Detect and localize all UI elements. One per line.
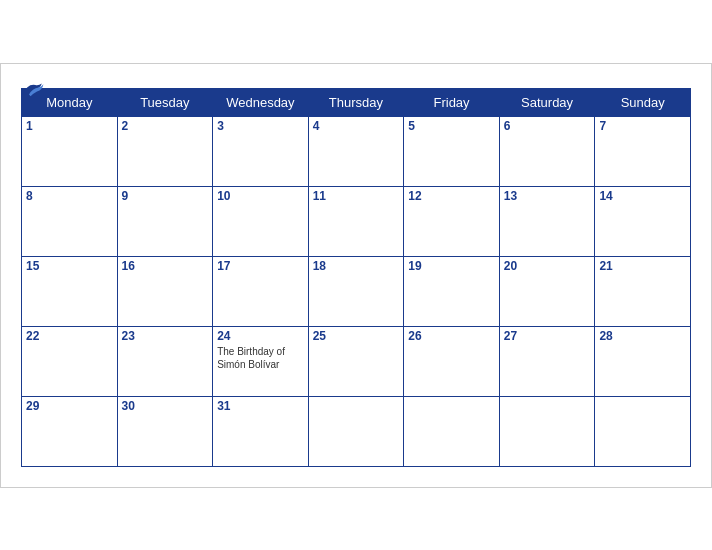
calendar-cell: 18 xyxy=(308,256,404,326)
calendar-cell: 30 xyxy=(117,396,213,466)
header-saturday: Saturday xyxy=(499,88,595,116)
date-number: 23 xyxy=(122,329,209,343)
calendar-cell xyxy=(595,396,691,466)
date-number: 20 xyxy=(504,259,591,273)
logo-area xyxy=(21,80,49,98)
calendar-cell: 11 xyxy=(308,186,404,256)
calendar-cell: 23 xyxy=(117,326,213,396)
header-sunday: Sunday xyxy=(595,88,691,116)
calendar-cell: 22 xyxy=(22,326,118,396)
date-number: 9 xyxy=(122,189,209,203)
header-friday: Friday xyxy=(404,88,500,116)
header-wednesday: Wednesday xyxy=(213,88,309,116)
calendar-week-row: 15161718192021 xyxy=(22,256,691,326)
calendar-cell: 10 xyxy=(213,186,309,256)
date-number: 17 xyxy=(217,259,304,273)
calendar-cell: 25 xyxy=(308,326,404,396)
date-number: 19 xyxy=(408,259,495,273)
calendar-cell xyxy=(499,396,595,466)
calendar-week-row: 1234567 xyxy=(22,116,691,186)
calendar-cell: 4 xyxy=(308,116,404,186)
date-number: 25 xyxy=(313,329,400,343)
date-number: 5 xyxy=(408,119,495,133)
date-number: 24 xyxy=(217,329,304,343)
calendar-cell: 16 xyxy=(117,256,213,326)
calendar-cell: 5 xyxy=(404,116,500,186)
calendar-cell: 26 xyxy=(404,326,500,396)
calendar-week-row: 222324The Birthday of Simón Bolívar25262… xyxy=(22,326,691,396)
date-number: 10 xyxy=(217,189,304,203)
date-number: 27 xyxy=(504,329,591,343)
calendar-cell: 7 xyxy=(595,116,691,186)
calendar-cell: 17 xyxy=(213,256,309,326)
date-number: 26 xyxy=(408,329,495,343)
calendar-cell: 1 xyxy=(22,116,118,186)
date-number: 29 xyxy=(26,399,113,413)
calendar-cell: 12 xyxy=(404,186,500,256)
calendar-cell: 28 xyxy=(595,326,691,396)
calendar-cell: 29 xyxy=(22,396,118,466)
calendar-cell: 8 xyxy=(22,186,118,256)
date-number: 7 xyxy=(599,119,686,133)
date-number: 13 xyxy=(504,189,591,203)
calendar-cell: 9 xyxy=(117,186,213,256)
calendar-cell: 20 xyxy=(499,256,595,326)
date-number: 11 xyxy=(313,189,400,203)
calendar-week-row: 293031 xyxy=(22,396,691,466)
date-number: 15 xyxy=(26,259,113,273)
date-number: 31 xyxy=(217,399,304,413)
calendar-cell: 24The Birthday of Simón Bolívar xyxy=(213,326,309,396)
calendar-cell: 2 xyxy=(117,116,213,186)
calendar-cell: 6 xyxy=(499,116,595,186)
calendar: Monday Tuesday Wednesday Thursday Friday… xyxy=(0,63,712,488)
calendar-cell: 19 xyxy=(404,256,500,326)
calendar-cell: 15 xyxy=(22,256,118,326)
date-number: 1 xyxy=(26,119,113,133)
date-number: 22 xyxy=(26,329,113,343)
calendar-cell: 21 xyxy=(595,256,691,326)
weekday-header-row: Monday Tuesday Wednesday Thursday Friday… xyxy=(22,88,691,116)
logo-icon xyxy=(21,80,45,98)
date-number: 18 xyxy=(313,259,400,273)
calendar-cell xyxy=(308,396,404,466)
calendar-cell: 14 xyxy=(595,186,691,256)
date-number: 14 xyxy=(599,189,686,203)
calendar-cell: 13 xyxy=(499,186,595,256)
date-number: 28 xyxy=(599,329,686,343)
date-number: 3 xyxy=(217,119,304,133)
header-thursday: Thursday xyxy=(308,88,404,116)
date-number: 8 xyxy=(26,189,113,203)
date-number: 2 xyxy=(122,119,209,133)
calendar-table: Monday Tuesday Wednesday Thursday Friday… xyxy=(21,88,691,467)
date-number: 4 xyxy=(313,119,400,133)
date-number: 30 xyxy=(122,399,209,413)
event-label: The Birthday of Simón Bolívar xyxy=(217,345,304,371)
calendar-week-row: 891011121314 xyxy=(22,186,691,256)
date-number: 16 xyxy=(122,259,209,273)
calendar-cell: 3 xyxy=(213,116,309,186)
date-number: 6 xyxy=(504,119,591,133)
date-number: 12 xyxy=(408,189,495,203)
calendar-cell xyxy=(404,396,500,466)
date-number: 21 xyxy=(599,259,686,273)
header-tuesday: Tuesday xyxy=(117,88,213,116)
calendar-cell: 31 xyxy=(213,396,309,466)
calendar-cell: 27 xyxy=(499,326,595,396)
